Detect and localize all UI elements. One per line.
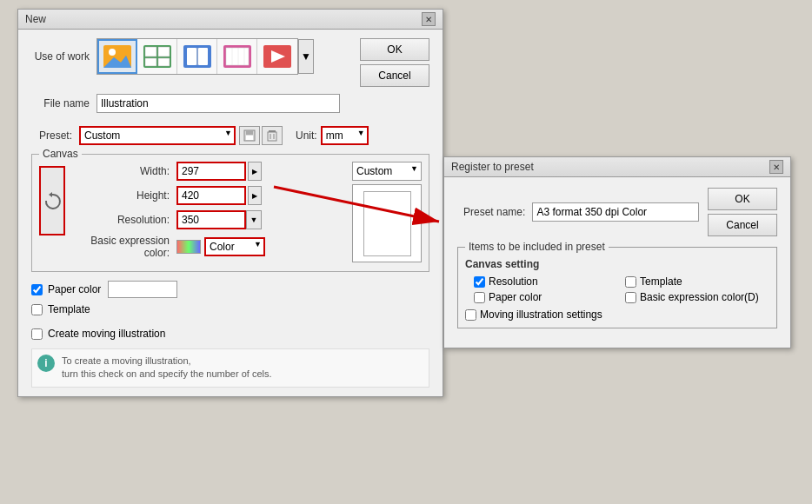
svg-rect-22: [246, 136, 253, 140]
resolution-cb-item: Resolution: [474, 275, 618, 288]
width-input[interactable]: [176, 162, 246, 181]
canvas-preset-select[interactable]: Custom: [352, 162, 422, 181]
canvas-height-row: Height: ▶: [72, 186, 345, 205]
preset-row: Preset: Custom: [31, 126, 429, 145]
main-dialog: New ✕ Use of work: [17, 9, 443, 397]
paper-color-row: Paper color: [31, 281, 429, 298]
canvas-fields: Width: ▶ Height: ▶ Resolution: ▼: [72, 162, 345, 264]
items-group-legend: Items to be included in preset: [465, 241, 609, 253]
page-inner: [363, 191, 411, 256]
moving-illustration-row: Create moving illustration: [31, 328, 429, 340]
canvas-inner: Width: ▶ Height: ▶ Resolution: ▼: [39, 162, 422, 264]
preset-label: Preset:: [31, 129, 79, 142]
main-dialog-close-button[interactable]: ✕: [422, 12, 436, 26]
svg-point-1: [109, 49, 116, 56]
paper-color-checkbox-register[interactable]: [474, 292, 485, 303]
ok-button[interactable]: OK: [360, 38, 429, 61]
canvas-preset-wrapper: Custom: [352, 162, 422, 181]
moving-illustration-label: Create moving illustration: [48, 328, 165, 340]
info-icon: i: [37, 355, 55, 372]
canvas-right: Custom: [352, 162, 422, 262]
template-checkbox-register[interactable]: [625, 276, 636, 288]
filename-label: File name: [31, 97, 97, 109]
items-group-box: Items to be included in preset Canvas se…: [457, 247, 777, 328]
cancel-button[interactable]: Cancel: [360, 64, 429, 87]
svg-rect-10: [187, 48, 196, 65]
main-dialog-body: Use of work: [18, 30, 443, 396]
width-up-btn[interactable]: ▶: [248, 162, 262, 181]
svg-rect-14: [226, 48, 249, 65]
svg-rect-6: [158, 47, 170, 56]
comics-icon-btn[interactable]: [137, 39, 177, 74]
svg-rect-5: [145, 47, 156, 56]
unit-select[interactable]: mm cm px in: [321, 126, 369, 145]
unit-label: Unit:: [296, 129, 317, 142]
svg-rect-21: [246, 130, 253, 135]
canvas-width-row: Width: ▶: [72, 162, 345, 181]
animation-icon: [222, 43, 253, 70]
paper-color-swatch: [108, 281, 177, 298]
resolution-dropdown-btn[interactable]: ▼: [246, 210, 262, 229]
basic-exp-checkbox-label: Basic expression color(D): [640, 291, 759, 303]
illustration-icon-btn[interactable]: [97, 39, 137, 74]
paper-color-checkbox[interactable]: [31, 284, 43, 295]
register-dialog-body: Preset name: OK Cancel Items to be inclu…: [444, 177, 790, 348]
preset-delete-icon-btn[interactable]: [262, 126, 283, 145]
book-icon-btn[interactable]: [177, 39, 217, 74]
color-select[interactable]: Color Grayscale Monochrome: [204, 237, 265, 256]
preset-select[interactable]: Custom: [79, 126, 236, 145]
preset-name-row: Preset name: OK Cancel: [457, 188, 777, 236]
canvas-color-row: Basic expression color: Color Grayscale …: [72, 235, 345, 259]
filename-input[interactable]: [97, 94, 340, 113]
svg-rect-11: [198, 48, 208, 65]
preset-name-input[interactable]: [532, 202, 699, 222]
canvas-resolution-row: Resolution: ▼: [72, 210, 345, 229]
height-input[interactable]: [176, 186, 246, 205]
color-select-wrapper: Color Grayscale Monochrome: [204, 237, 265, 256]
preset-save-icon-btn[interactable]: [239, 126, 260, 145]
template-label: Template: [48, 303, 90, 315]
animation-icon-btn[interactable]: [217, 39, 257, 74]
use-of-work-label: Use of work: [31, 50, 97, 63]
template-checkbox-label: Template: [640, 275, 682, 288]
info-line2: turn this check on and specify the numbe…: [62, 368, 272, 379]
register-ok-button[interactable]: OK: [708, 188, 777, 210]
preset-name-label: Preset name:: [457, 206, 532, 218]
width-label: Width:: [72, 165, 176, 177]
resolution-checkbox[interactable]: [474, 276, 485, 288]
canvas-setting-label: Canvas setting: [465, 258, 769, 270]
main-dialog-titlebar: New ✕: [18, 10, 443, 30]
book-icon: [182, 43, 213, 70]
preset-select-wrapper: Custom: [79, 126, 236, 145]
svg-marker-27: [49, 192, 52, 197]
rotate-canvas-button[interactable]: [39, 166, 65, 235]
page-preview: [352, 184, 422, 262]
use-of-work-dropdown-btn[interactable]: ▼: [298, 39, 314, 74]
register-cancel-button[interactable]: Cancel: [708, 214, 777, 236]
preset-icon-buttons: [239, 126, 283, 145]
template-cb-item: Template: [625, 275, 769, 288]
register-dialog: Register to preset ✕ Preset name: OK Can…: [443, 156, 791, 348]
info-line1: To create a moving illustration,: [62, 355, 191, 366]
moving-illustration-checkbox[interactable]: [31, 328, 43, 340]
ok-cancel-group: OK Cancel: [360, 38, 429, 87]
resolution-label: Resolution:: [72, 214, 176, 226]
canvas-section: Canvas Width: ▶: [31, 154, 429, 272]
height-up-btn[interactable]: ▶: [248, 186, 262, 205]
illustration-icon: [102, 43, 133, 70]
video-icon: [262, 43, 293, 70]
color-label: Basic expression color:: [72, 235, 176, 259]
basic-exp-checkbox[interactable]: [625, 292, 636, 303]
template-checkbox[interactable]: [31, 304, 43, 315]
resolution-input[interactable]: [176, 210, 246, 229]
register-dialog-title: Register to preset: [451, 161, 534, 173]
svg-rect-24: [268, 132, 276, 141]
register-dialog-close-button[interactable]: ✕: [769, 160, 783, 174]
register-dialog-titlebar: Register to preset ✕: [444, 157, 790, 177]
filename-row: File name: [31, 94, 429, 113]
use-of-work-icon-group: [97, 38, 298, 75]
save-icon: [243, 129, 256, 142]
video-icon-btn[interactable]: [257, 39, 297, 74]
info-row: i To create a moving illustration, turn …: [31, 348, 429, 388]
moving-checkbox-register[interactable]: [465, 309, 476, 321]
